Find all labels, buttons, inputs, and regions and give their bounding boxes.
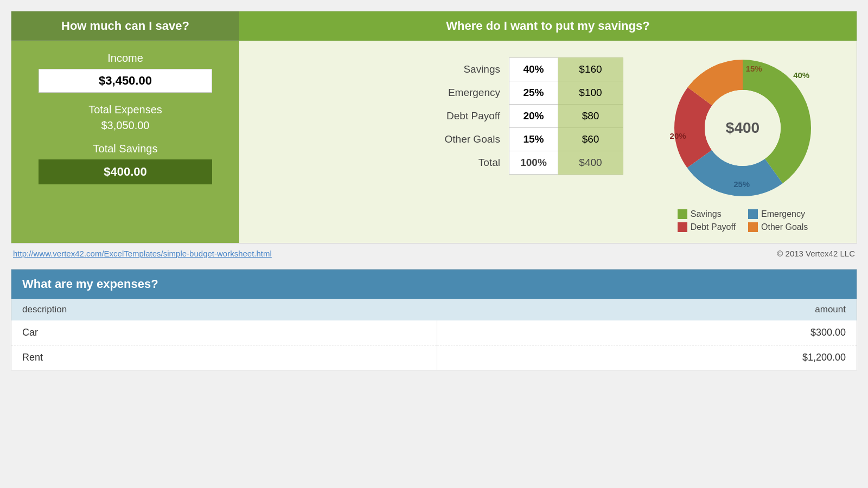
savings-row-amount: $80 (558, 105, 623, 128)
legend-label: Savings (691, 209, 722, 219)
savings-row: Other Goals 15% $60 (256, 128, 623, 151)
savings-row-pct: 25% (509, 81, 558, 105)
expenses-label: Total Expenses (88, 104, 162, 116)
col-amount: amount (437, 299, 857, 320)
savings-table: Savings 40% $160 Emergency 25% $100 Debt… (256, 57, 623, 175)
header-row: How much can I save? Where do I want to … (11, 11, 857, 41)
expenses-row: Car $300.00 (11, 320, 857, 345)
savings-row-amount: $160 (558, 58, 623, 81)
expense-description: Rent (11, 345, 437, 370)
savings-row-amount: $100 (558, 81, 623, 105)
top-content: Income $3,450.00 Total Expenses $3,050.0… (11, 41, 857, 243)
legend-label: Other Goals (761, 222, 808, 232)
legend-color-box (678, 209, 687, 219)
savings-row-label: Debt Payoff (256, 105, 509, 128)
chart-legend: Savings Emergency Debt Payoff Other Goal… (678, 209, 808, 232)
vertex42-link[interactable]: http://www.vertex42.com/ExcelTemplates/s… (13, 249, 272, 258)
savings-label: Total Savings (93, 143, 158, 155)
legend-item: Emergency (748, 209, 808, 219)
legend-color-box (748, 209, 758, 219)
col-description: description (11, 299, 437, 320)
expenses-value: $3,050.00 (101, 119, 150, 132)
chart-label-emergency-pct: 25% (733, 179, 750, 189)
expense-amount: $1,200.00 (437, 345, 857, 370)
header-left-title: How much can I save? (11, 11, 239, 41)
total-amount: $400 (558, 151, 623, 175)
savings-value: $400.00 (39, 159, 212, 184)
total-label: Total (256, 151, 509, 175)
expenses-table: description amount Car $300.00 Rent $1,2… (11, 299, 857, 370)
income-label: Income (107, 52, 143, 65)
total-row: Total 100% $400 (256, 151, 623, 175)
top-section: How much can I save? Where do I want to … (11, 11, 857, 41)
expense-description: Car (11, 320, 437, 345)
savings-table-container: Savings 40% $160 Emergency 25% $100 Debt… (256, 52, 623, 175)
income-value[interactable]: $3,450.00 (39, 69, 212, 93)
savings-row-label: Other Goals (256, 128, 509, 151)
legend-item: Debt Payoff (678, 222, 737, 232)
savings-row: Savings 40% $160 (256, 58, 623, 81)
right-panel: Savings 40% $160 Emergency 25% $100 Debt… (239, 41, 857, 243)
chart-label-savings-pct: 40% (793, 70, 809, 80)
savings-row-label: Savings (256, 58, 509, 81)
savings-row-label: Emergency (256, 81, 509, 105)
savings-row: Emergency 25% $100 (256, 81, 623, 105)
savings-row-pct: 20% (509, 105, 558, 128)
total-pct: 100% (509, 151, 558, 175)
legend-label: Debt Payoff (691, 222, 736, 232)
savings-row-amount: $60 (558, 128, 623, 151)
legend-color-box (678, 222, 687, 232)
legend-color-box (748, 222, 758, 232)
savings-row-pct: 15% (509, 128, 558, 151)
expenses-header: What are my expenses? (11, 269, 857, 299)
chart-label-other-pct: 15% (746, 64, 762, 73)
info-bar: http://www.vertex42.com/ExcelTemplates/s… (11, 243, 857, 264)
left-panel: Income $3,450.00 Total Expenses $3,050.0… (11, 41, 239, 243)
chart-container: $400 40% 25% 20% 15% Savings Emergency D… (645, 52, 840, 232)
bottom-section: What are my expenses? description amount… (11, 269, 857, 370)
chart-label-debt-pct: 20% (670, 131, 686, 140)
copyright-text: © 2013 Vertex42 LLC (777, 249, 855, 258)
legend-item: Other Goals (748, 222, 808, 232)
savings-row: Debt Payoff 20% $80 (256, 105, 623, 128)
legend-item: Savings (678, 209, 737, 219)
expense-amount: $300.00 (437, 320, 857, 345)
header-right-title: Where do I want to put my savings? (239, 11, 857, 41)
expenses-table-header: description amount (11, 299, 857, 320)
top-content-section: Income $3,450.00 Total Expenses $3,050.0… (11, 41, 857, 243)
chart-center-value: $400 (726, 119, 760, 137)
savings-row-pct: 40% (509, 58, 558, 81)
legend-label: Emergency (761, 209, 805, 219)
expenses-row: Rent $1,200.00 (11, 345, 857, 370)
donut-chart: $400 40% 25% 20% 15% (667, 52, 819, 204)
